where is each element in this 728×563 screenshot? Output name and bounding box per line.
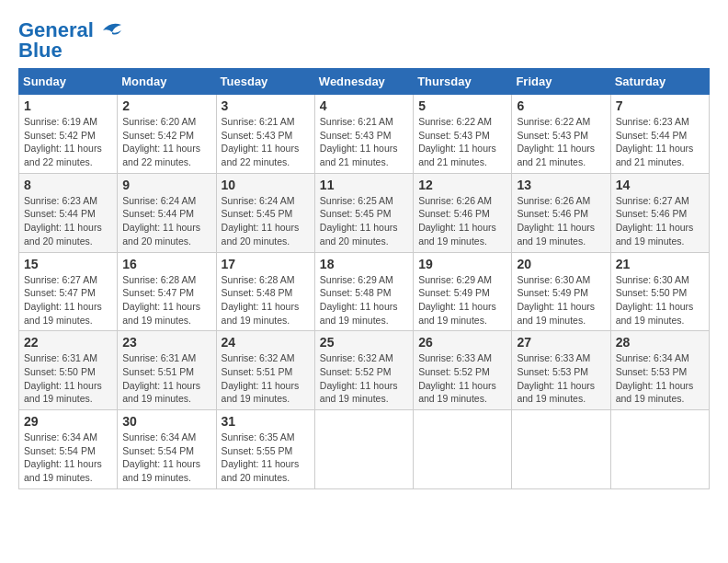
day-number-24: 24 — [222, 335, 310, 350]
day-info-31: Sunrise: 6:35 AM Sunset: 5:55 PM Dayligh… — [222, 431, 310, 485]
calendar-day-24: 24Sunrise: 6:32 AM Sunset: 5:51 PM Dayli… — [216, 331, 314, 410]
calendar-day-31: 31Sunrise: 6:35 AM Sunset: 5:55 PM Dayli… — [216, 410, 314, 489]
day-number-14: 14 — [616, 178, 704, 192]
day-number-18: 18 — [320, 257, 408, 271]
calendar-week-1: 1Sunrise: 6:19 AM Sunset: 5:42 PM Daylig… — [19, 95, 710, 174]
day-info-26: Sunrise: 6:33 AM Sunset: 5:52 PM Dayligh… — [418, 351, 506, 406]
day-number-5: 5 — [418, 98, 506, 113]
day-info-7: Sunrise: 6:23 AM Sunset: 5:44 PM Dayligh… — [616, 115, 704, 169]
day-number-7: 7 — [616, 98, 704, 113]
header-tuesday: Tuesday — [216, 69, 314, 95]
day-info-24: Sunrise: 6:32 AM Sunset: 5:51 PM Dayligh… — [222, 351, 310, 406]
day-info-15: Sunrise: 6:27 AM Sunset: 5:47 PM Dayligh… — [24, 273, 112, 327]
header-wednesday: Wednesday — [314, 69, 413, 95]
header-friday: Friday — [512, 69, 610, 95]
calendar-empty — [512, 410, 610, 489]
calendar-day-23: 23Sunrise: 6:31 AM Sunset: 5:51 PM Dayli… — [118, 331, 216, 410]
calendar-week-5: 29Sunrise: 6:34 AM Sunset: 5:54 PM Dayli… — [19, 410, 710, 489]
day-info-18: Sunrise: 6:29 AM Sunset: 5:48 PM Dayligh… — [320, 273, 408, 327]
day-number-2: 2 — [122, 98, 210, 113]
calendar-day-16: 16Sunrise: 6:28 AM Sunset: 5:47 PM Dayli… — [118, 252, 216, 331]
header-sunday: Sunday — [19, 69, 118, 95]
day-number-11: 11 — [320, 178, 408, 192]
day-number-23: 23 — [122, 335, 210, 350]
day-number-10: 10 — [222, 178, 310, 192]
calendar-empty — [314, 410, 413, 489]
day-number-1: 1 — [24, 98, 112, 113]
day-number-28: 28 — [616, 335, 704, 350]
day-number-21: 21 — [616, 257, 704, 271]
day-info-17: Sunrise: 6:28 AM Sunset: 5:48 PM Dayligh… — [222, 273, 310, 327]
calendar-day-30: 30Sunrise: 6:34 AM Sunset: 5:54 PM Dayli… — [118, 410, 216, 489]
logo: General Blue — [18, 18, 125, 63]
day-info-27: Sunrise: 6:33 AM Sunset: 5:53 PM Dayligh… — [517, 351, 605, 406]
calendar-day-5: 5Sunrise: 6:22 AM Sunset: 5:43 PM Daylig… — [414, 95, 512, 174]
header-monday: Monday — [118, 69, 216, 95]
calendar-day-20: 20Sunrise: 6:30 AM Sunset: 5:49 PM Dayli… — [512, 252, 610, 331]
calendar-day-25: 25Sunrise: 6:32 AM Sunset: 5:52 PM Dayli… — [314, 331, 413, 410]
calendar-day-11: 11Sunrise: 6:25 AM Sunset: 5:45 PM Dayli… — [314, 173, 413, 252]
day-info-3: Sunrise: 6:21 AM Sunset: 5:43 PM Dayligh… — [222, 115, 310, 169]
day-info-16: Sunrise: 6:28 AM Sunset: 5:47 PM Dayligh… — [122, 273, 210, 327]
calendar-table: SundayMondayTuesdayWednesdayThursdayFrid… — [18, 68, 710, 489]
calendar-day-12: 12Sunrise: 6:26 AM Sunset: 5:46 PM Dayli… — [414, 173, 512, 252]
calendar-day-4: 4Sunrise: 6:21 AM Sunset: 5:43 PM Daylig… — [314, 95, 413, 174]
calendar-day-26: 26Sunrise: 6:33 AM Sunset: 5:52 PM Dayli… — [414, 331, 512, 410]
day-number-25: 25 — [320, 335, 408, 350]
calendar-day-6: 6Sunrise: 6:22 AM Sunset: 5:43 PM Daylig… — [512, 95, 610, 174]
day-info-8: Sunrise: 6:23 AM Sunset: 5:44 PM Dayligh… — [24, 194, 112, 248]
calendar-day-18: 18Sunrise: 6:29 AM Sunset: 5:48 PM Dayli… — [314, 252, 413, 331]
day-number-15: 15 — [24, 257, 112, 271]
day-number-19: 19 — [418, 257, 506, 271]
day-number-29: 29 — [24, 414, 112, 429]
calendar-day-17: 17Sunrise: 6:28 AM Sunset: 5:48 PM Dayli… — [216, 252, 314, 331]
calendar-day-8: 8Sunrise: 6:23 AM Sunset: 5:44 PM Daylig… — [19, 173, 118, 252]
day-info-1: Sunrise: 6:19 AM Sunset: 5:42 PM Dayligh… — [24, 115, 112, 169]
day-number-13: 13 — [517, 178, 605, 192]
day-number-26: 26 — [418, 335, 506, 350]
day-info-23: Sunrise: 6:31 AM Sunset: 5:51 PM Dayligh… — [122, 351, 210, 406]
calendar-day-7: 7Sunrise: 6:23 AM Sunset: 5:44 PM Daylig… — [610, 95, 709, 174]
day-info-13: Sunrise: 6:26 AM Sunset: 5:46 PM Dayligh… — [517, 194, 605, 248]
day-number-6: 6 — [517, 98, 605, 113]
calendar-day-2: 2Sunrise: 6:20 AM Sunset: 5:42 PM Daylig… — [118, 95, 216, 174]
header-saturday: Saturday — [610, 69, 709, 95]
day-number-17: 17 — [222, 257, 310, 271]
calendar-day-27: 27Sunrise: 6:33 AM Sunset: 5:53 PM Dayli… — [512, 331, 610, 410]
day-number-12: 12 — [418, 178, 506, 192]
day-info-21: Sunrise: 6:30 AM Sunset: 5:50 PM Dayligh… — [616, 273, 704, 327]
calendar-day-21: 21Sunrise: 6:30 AM Sunset: 5:50 PM Dayli… — [610, 252, 709, 331]
calendar-week-2: 8Sunrise: 6:23 AM Sunset: 5:44 PM Daylig… — [19, 173, 710, 252]
calendar-day-29: 29Sunrise: 6:34 AM Sunset: 5:54 PM Dayli… — [19, 410, 118, 489]
header-thursday: Thursday — [414, 69, 512, 95]
calendar-day-1: 1Sunrise: 6:19 AM Sunset: 5:42 PM Daylig… — [19, 95, 118, 174]
header: General Blue — [18, 18, 710, 63]
day-number-30: 30 — [122, 414, 210, 429]
day-number-20: 20 — [517, 257, 605, 271]
day-number-27: 27 — [517, 335, 605, 350]
day-info-11: Sunrise: 6:25 AM Sunset: 5:45 PM Dayligh… — [320, 194, 408, 248]
calendar-day-10: 10Sunrise: 6:24 AM Sunset: 5:45 PM Dayli… — [216, 173, 314, 252]
day-number-16: 16 — [122, 257, 210, 271]
day-info-30: Sunrise: 6:34 AM Sunset: 5:54 PM Dayligh… — [122, 431, 210, 485]
calendar-week-3: 15Sunrise: 6:27 AM Sunset: 5:47 PM Dayli… — [19, 252, 710, 331]
calendar-header-row: SundayMondayTuesdayWednesdayThursdayFrid… — [19, 69, 710, 95]
calendar-day-3: 3Sunrise: 6:21 AM Sunset: 5:43 PM Daylig… — [216, 95, 314, 174]
day-info-25: Sunrise: 6:32 AM Sunset: 5:52 PM Dayligh… — [320, 351, 408, 406]
day-info-22: Sunrise: 6:31 AM Sunset: 5:50 PM Dayligh… — [24, 351, 112, 406]
day-info-10: Sunrise: 6:24 AM Sunset: 5:45 PM Dayligh… — [222, 194, 310, 248]
day-info-20: Sunrise: 6:30 AM Sunset: 5:49 PM Dayligh… — [517, 273, 605, 327]
logo-blue-text: Blue — [18, 39, 63, 63]
day-number-22: 22 — [24, 335, 112, 350]
day-number-31: 31 — [222, 414, 310, 429]
day-info-2: Sunrise: 6:20 AM Sunset: 5:42 PM Dayligh… — [122, 115, 210, 169]
day-info-6: Sunrise: 6:22 AM Sunset: 5:43 PM Dayligh… — [517, 115, 605, 169]
day-number-9: 9 — [122, 178, 210, 192]
calendar-day-22: 22Sunrise: 6:31 AM Sunset: 5:50 PM Dayli… — [19, 331, 118, 410]
calendar-empty — [610, 410, 709, 489]
day-info-9: Sunrise: 6:24 AM Sunset: 5:44 PM Dayligh… — [122, 194, 210, 248]
day-info-29: Sunrise: 6:34 AM Sunset: 5:54 PM Dayligh… — [24, 431, 112, 485]
day-info-4: Sunrise: 6:21 AM Sunset: 5:43 PM Dayligh… — [320, 115, 408, 169]
calendar-week-4: 22Sunrise: 6:31 AM Sunset: 5:50 PM Dayli… — [19, 331, 710, 410]
day-info-12: Sunrise: 6:26 AM Sunset: 5:46 PM Dayligh… — [418, 194, 506, 248]
